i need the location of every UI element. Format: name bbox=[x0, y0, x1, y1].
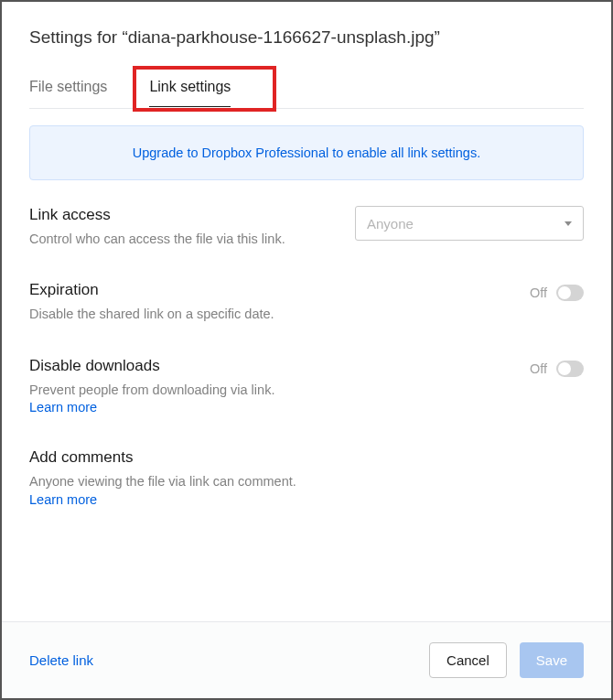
dialog-title: Settings for “diana-parkhouse-1166627-un… bbox=[29, 27, 584, 48]
toggle-knob-icon bbox=[558, 362, 571, 375]
dialog-footer: Delete link Cancel Save bbox=[2, 621, 611, 698]
link-access-select[interactable]: Anyone bbox=[355, 206, 584, 241]
disable-downloads-desc: Prevent people from downloading via link… bbox=[29, 381, 274, 399]
cancel-button[interactable]: Cancel bbox=[429, 642, 507, 678]
section-disable-downloads-left: Disable downloads Prevent people from do… bbox=[29, 357, 274, 415]
highlight-box: Link settings bbox=[133, 66, 276, 112]
section-add-comments: Add comments Anyone viewing the file via… bbox=[29, 448, 584, 510]
tab-link-settings[interactable]: Link settings bbox=[149, 71, 231, 106]
add-comments-title: Add comments bbox=[29, 448, 331, 467]
toggle-knob-icon bbox=[558, 286, 571, 299]
expiration-title: Expiration bbox=[29, 281, 274, 299]
tabs: File settings Link settings bbox=[29, 71, 584, 109]
disable-downloads-toggle-row: Off bbox=[530, 361, 584, 377]
section-add-comments-left: Add comments Anyone viewing the file via… bbox=[29, 448, 331, 510]
add-comments-desc: Anyone viewing the file via link can com… bbox=[29, 472, 331, 510]
section-expiration: Expiration Disable the shared link on a … bbox=[29, 281, 584, 323]
section-link-access-left: Link access Control who can access the f… bbox=[29, 206, 285, 248]
link-access-title: Link access bbox=[29, 206, 285, 224]
upgrade-banner-text: Upgrade to Dropbox Professional to enabl… bbox=[133, 145, 480, 160]
dialog-content: Settings for “diana-parkhouse-1166627-un… bbox=[2, 2, 611, 621]
delete-link-button[interactable]: Delete link bbox=[29, 652, 93, 668]
disable-downloads-title: Disable downloads bbox=[29, 357, 274, 375]
expiration-desc: Disable the shared link on a specific da… bbox=[29, 305, 274, 323]
expiration-toggle[interactable] bbox=[556, 285, 584, 301]
link-access-desc: Control who can access the file via this… bbox=[29, 230, 285, 248]
footer-buttons: Cancel Save bbox=[429, 642, 584, 678]
chevron-down-icon bbox=[565, 221, 572, 226]
link-access-selected-value: Anyone bbox=[367, 216, 414, 232]
expiration-toggle-row: Off bbox=[530, 285, 584, 301]
disable-downloads-state-label: Off bbox=[530, 361, 547, 376]
section-disable-downloads: Disable downloads Prevent people from do… bbox=[29, 357, 584, 415]
section-link-access: Link access Control who can access the f… bbox=[29, 206, 584, 248]
upgrade-banner[interactable]: Upgrade to Dropbox Professional to enabl… bbox=[29, 125, 584, 180]
disable-downloads-toggle[interactable] bbox=[556, 361, 584, 377]
expiration-state-label: Off bbox=[530, 285, 547, 300]
section-expiration-left: Expiration Disable the shared link on a … bbox=[29, 281, 274, 323]
tab-file-settings[interactable]: File settings bbox=[29, 71, 107, 108]
settings-dialog: Settings for “diana-parkhouse-1166627-un… bbox=[2, 2, 611, 698]
add-comments-learn-more[interactable]: Learn more bbox=[29, 492, 97, 507]
save-button[interactable]: Save bbox=[520, 642, 584, 678]
disable-downloads-learn-more[interactable]: Learn more bbox=[29, 400, 97, 415]
add-comments-desc-text: Anyone viewing the file via link can com… bbox=[29, 474, 296, 489]
